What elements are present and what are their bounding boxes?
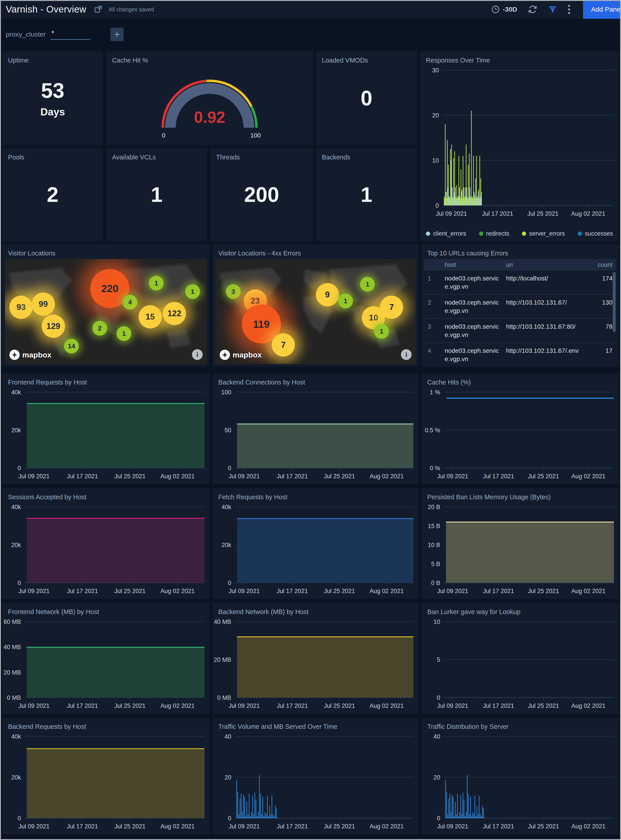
svg-text:Aug 02 2021: Aug 02 2021	[370, 473, 404, 480]
svg-text:0: 0	[18, 815, 21, 822]
traffic-distribution-chart[interactable]: 02040Jul 09 2021Jul 17 2021Jul 25 2021Au…	[423, 732, 617, 831]
map-bubble[interactable]: 1	[185, 284, 200, 299]
mapbox-logo[interactable]: ✦mapbox	[220, 350, 262, 360]
svg-text:Jul 09 2021: Jul 09 2021	[437, 823, 468, 830]
time-range-control[interactable]: -30D	[491, 5, 517, 14]
panel-title: Cache Hit %	[106, 52, 313, 64]
map-bubble[interactable]: 129	[42, 315, 65, 338]
visitor-locations-4xx-panel: Visitor Locations - 4xx Errors ✦mapbox i…	[212, 244, 418, 367]
sessions-accepted-chart[interactable]: 020k40kJul 09 2021Jul 17 2021Jul 25 2021…	[4, 502, 208, 596]
svg-text:5 B: 5 B	[431, 561, 440, 567]
filter-icon[interactable]	[548, 5, 557, 14]
column-header-uri[interactable]: uri	[506, 261, 581, 268]
proxy-cluster-input[interactable]	[50, 29, 90, 39]
svg-text:20: 20	[432, 112, 439, 119]
table-row[interactable]: 2node03.ceph.service.vgp.vnhttp://103.10…	[424, 295, 616, 319]
save-status: All changes saved	[109, 6, 154, 13]
map-bubble[interactable]: 1	[149, 276, 164, 291]
column-header-count[interactable]: count	[586, 261, 612, 268]
map-bubble[interactable]: 9	[316, 283, 339, 306]
panel-title: Top 10 URLs causing Errors	[421, 244, 619, 257]
backend-requests-chart[interactable]: 020k40kJul 09 2021Jul 17 2021Jul 25 2021…	[4, 732, 208, 831]
backend-connections-chart[interactable]: 050100Jul 09 2021Jul 17 2021Jul 25 2021A…	[214, 388, 417, 481]
svg-text:Aug 02 2021: Aug 02 2021	[571, 702, 605, 709]
svg-text:Jul 17 2021: Jul 17 2021	[483, 702, 514, 709]
map-bubble[interactable]: 2	[92, 321, 107, 336]
add-panel-button[interactable]: Add Panel	[583, 0, 621, 19]
cache-hit-gauge[interactable]: 01000.92	[108, 66, 311, 143]
table-row[interactable]: 4node03.ceph.service.vgp.vnhttp://103.10…	[424, 343, 616, 365]
svg-text:Jul 09 2021: Jul 09 2021	[229, 823, 260, 830]
column-header-host[interactable]: host	[445, 261, 501, 268]
backend-network-chart[interactable]: 0 MB20 MB40 MBJul 09 2021Jul 17 2021Jul …	[214, 617, 417, 711]
share-icon[interactable]	[94, 5, 103, 14]
visitor-locations-4xx-map[interactable]: ✦mapbox i 32311979111071	[215, 259, 416, 364]
persisted-ban-lists-panel: Persisted Ban Lists Memory Usage (Bytes)…	[421, 488, 619, 599]
row-rank: 2	[428, 298, 440, 315]
kebab-menu-icon[interactable]	[568, 5, 570, 14]
svg-text:100: 100	[221, 389, 231, 396]
table-body: 1node03.ceph.service.vgp.vnhttp://localh…	[424, 271, 616, 365]
legend-item[interactable]: server_errors	[522, 230, 565, 237]
map-bubble[interactable]: 1	[117, 326, 131, 341]
svg-text:Jul 25 2021: Jul 25 2021	[528, 823, 559, 830]
table-row[interactable]: 3node03.ceph.service.vgp.vnhttp://103.10…	[424, 319, 616, 343]
map-bubble[interactable]: 93	[9, 296, 33, 319]
row-count: 17	[586, 347, 612, 363]
legend-item[interactable]: successes	[578, 230, 613, 237]
cache-hits-chart[interactable]: 0 %0.5 %1 %Jul 09 2021Jul 17 2021Jul 25 …	[423, 388, 617, 481]
mapbox-logo[interactable]: ✦mapbox	[9, 350, 51, 360]
traffic-volume-chart[interactable]: 02040Jul 09 2021Jul 17 2021Jul 25 2021Au…	[214, 732, 417, 831]
svg-text:Jul 09 2021: Jul 09 2021	[437, 473, 468, 480]
map-bubble[interactable]: 4	[123, 295, 137, 309]
row-rank: 4	[428, 347, 440, 363]
visitor-locations-map[interactable]: ✦mapbox i 9399129142204211115122	[5, 259, 207, 364]
map-bubble[interactable]: 3	[226, 284, 241, 299]
legend-item[interactable]: redirects	[479, 230, 509, 237]
pools-panel: Pools 2	[2, 148, 103, 241]
svg-text:Jul 17 2021: Jul 17 2021	[67, 823, 98, 830]
refresh-icon[interactable]	[528, 5, 537, 14]
svg-text:10: 10	[432, 157, 439, 164]
top-urls-table: host uri count 1node03.ceph.service.vgp.…	[424, 259, 616, 365]
map-bubble[interactable]: 1	[374, 324, 389, 339]
map-info-button[interactable]: i	[192, 349, 203, 360]
svg-text:20: 20	[433, 774, 440, 781]
persisted-ban-lists-chart[interactable]: 0 B5 B10 B15 B20 BJul 09 2021Jul 17 2021…	[423, 502, 617, 596]
map-bubble[interactable]: 122	[163, 302, 186, 325]
map-bubble[interactable]: 7	[380, 296, 403, 319]
loaded-vmods-panel: Loaded VMODs 0	[316, 52, 417, 145]
add-variable-button[interactable]: +	[110, 28, 124, 41]
svg-text:0 %: 0 %	[430, 465, 440, 472]
frontend-requests-chart[interactable]: 020k40kJul 09 2021Jul 17 2021Jul 25 2021…	[4, 388, 208, 481]
map-bubble[interactable]: 14	[64, 339, 79, 353]
backend-network-panel: Backend Network (MB) by Host 0 MB20 MB40…	[212, 603, 418, 714]
table-row[interactable]: 1node03.ceph.service.vgp.vnhttp://localh…	[424, 271, 616, 295]
map-info-button[interactable]: i	[401, 349, 412, 360]
cache-hit-panel: Cache Hit % 01000.92	[106, 52, 313, 145]
row-host: node03.ceph.service.vgp.vn	[445, 347, 501, 363]
map-bubble[interactable]: 1	[360, 277, 375, 292]
map-bubble[interactable]: 99	[32, 293, 55, 316]
responses-over-time-chart[interactable]: 0102030Jul 09 2021Jul 17 2021Jul 25 2021…	[421, 66, 617, 219]
top-urls-panel: Top 10 URLs causing Errors host uri coun…	[421, 244, 619, 367]
table-header: host uri count	[424, 259, 616, 271]
legend-item[interactable]: client_errors	[426, 230, 466, 237]
svg-text:40: 40	[224, 733, 231, 740]
frontend-network-chart[interactable]: 0 MB20 MB40 MB60 MBJul 09 2021Jul 17 202…	[4, 617, 208, 711]
table-scrollbar[interactable]	[613, 272, 616, 332]
available-vcls-panel: Available VCLs 1	[106, 148, 207, 241]
map-bubble[interactable]: 1	[338, 294, 353, 308]
map-bubble[interactable]: 7	[272, 334, 295, 356]
row-count: 78	[586, 322, 612, 339]
map-bubble[interactable]: 15	[139, 305, 162, 329]
panel-title: Fetch Requests by Host	[212, 488, 418, 501]
svg-text:Jul 25 2021: Jul 25 2021	[115, 823, 146, 830]
svg-text:0 B: 0 B	[431, 580, 440, 586]
svg-text:Jul 09 2021: Jul 09 2021	[436, 210, 467, 217]
svg-text:Jul 17 2021: Jul 17 2021	[67, 588, 98, 594]
fetch-requests-chart[interactable]: 020k40kJul 09 2021Jul 17 2021Jul 25 2021…	[214, 502, 417, 596]
ban-lurker-chart[interactable]: 0510Jul 09 2021Jul 17 2021Jul 25 2021Aug…	[423, 617, 617, 711]
svg-text:Jul 25 2021: Jul 25 2021	[324, 702, 355, 709]
svg-text:20k: 20k	[11, 427, 21, 434]
